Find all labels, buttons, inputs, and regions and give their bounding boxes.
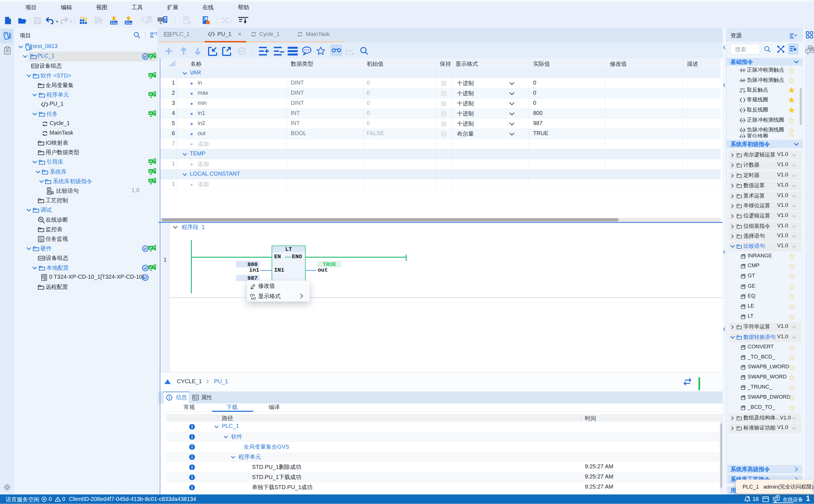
svg-text:S: S [742,135,743,138]
svg-text:P: P [742,69,743,72]
svg-text:NOT: NOT [740,88,745,90]
svg-text:N: N [742,129,744,132]
svg-text:/: / [742,109,743,112]
svg-text:P: P [742,119,743,122]
svg-text:N: N [742,79,744,82]
